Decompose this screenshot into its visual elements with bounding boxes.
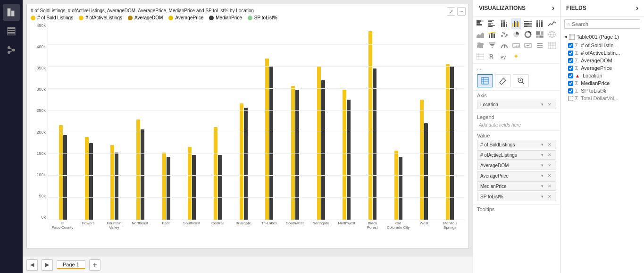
avgdom-remove[interactable]: ✕ — [546, 162, 553, 169]
prev-page-button[interactable]: ◀ — [26, 259, 38, 271]
bar-yellow-central[interactable] — [214, 127, 217, 219]
bar-dark-southeast[interactable] — [192, 155, 196, 220]
checkbox-avgprice[interactable] — [568, 66, 573, 71]
checkbox-location[interactable] — [568, 73, 573, 78]
report-view-icon[interactable] — [3, 4, 20, 21]
sptolist-remove[interactable]: ✕ — [546, 193, 553, 200]
gauge-icon[interactable] — [499, 40, 510, 51]
bar-dark-east[interactable] — [167, 157, 170, 220]
treemap-icon[interactable] — [535, 29, 545, 40]
avgprice-remove[interactable]: ✕ — [546, 172, 553, 179]
bar-group-east[interactable] — [153, 23, 179, 220]
bar-dark-briargate[interactable] — [244, 108, 248, 220]
value-avgdom-field[interactable]: AverageDOM ▾ ✕ — [477, 161, 556, 170]
avgprice-dropdown[interactable]: ▾ — [539, 172, 545, 179]
next-page-button[interactable]: ▶ — [42, 259, 53, 271]
value-activelistings-field[interactable]: # ofActiveListings ▾ ✕ — [477, 150, 556, 160]
bar-dark-powers[interactable] — [89, 143, 93, 220]
bar-group-black-forest[interactable] — [360, 23, 385, 220]
bar-yellow-briargate[interactable] — [240, 103, 243, 219]
bar-group-northeast[interactable] — [127, 23, 153, 220]
bar-yellow-west[interactable] — [420, 100, 424, 220]
kpi-icon[interactable] — [523, 40, 533, 51]
axis-field-remove[interactable]: ✕ — [546, 101, 553, 108]
funnel-icon[interactable] — [487, 40, 497, 51]
line-clustered-icon[interactable] — [487, 29, 497, 40]
stacked-column-icon[interactable] — [499, 18, 510, 29]
axis-field-dropdown[interactable]: ▾ — [539, 101, 545, 108]
bar-group-northwest[interactable] — [334, 23, 360, 220]
bar-dark-el-paso-county[interactable] — [63, 135, 67, 220]
bar-yellow-old-colorado-city[interactable] — [394, 151, 398, 220]
bar-dark-fountain-valley[interactable] — [115, 153, 118, 219]
donut-chart-icon[interactable] — [523, 29, 533, 40]
line-chart-icon[interactable] — [547, 18, 557, 29]
bar-group-tri-lakes[interactable] — [257, 23, 283, 220]
bar-yellow-powers[interactable] — [85, 137, 89, 220]
value-sptolist-field[interactable]: SP toList% ▾ ✕ — [477, 192, 556, 201]
model-view-icon[interactable] — [3, 42, 20, 59]
more-options-button[interactable]: ··· — [457, 7, 466, 16]
fields-table-name[interactable]: ◂ Table001 (Page 1) — [560, 32, 644, 42]
activelistings-remove[interactable]: ✕ — [546, 152, 553, 158]
checkbox-avgdom[interactable] — [568, 58, 573, 63]
value-avgprice-field[interactable]: AveragePrice ▾ ✕ — [477, 171, 556, 180]
field-row-soldslistings[interactable]: Σ # of SoldListin... — [560, 42, 644, 49]
value-medprice-field[interactable]: MedianPrice ▾ ✕ — [477, 181, 556, 191]
fields-expand-icon[interactable]: › — [636, 4, 638, 12]
field-row-medprice[interactable]: Σ MedianPrice — [560, 79, 644, 87]
bar-dark-central[interactable] — [218, 155, 222, 220]
bar-yellow-manitou-springs[interactable] — [446, 64, 450, 219]
bar-group-southeast[interactable] — [179, 23, 205, 220]
bar-group-central[interactable] — [205, 23, 231, 220]
expand-chart-button[interactable]: ⤢ — [447, 7, 455, 16]
checkbox-totalvol[interactable] — [568, 96, 573, 101]
table-collapse-icon[interactable]: ◂ — [564, 34, 567, 40]
field-row-location[interactable]: ▲ Location — [560, 72, 644, 79]
bar-yellow-northwest[interactable] — [343, 90, 346, 219]
chart-container[interactable]: # of SoldListings, # ofActiveListings, A… — [26, 4, 469, 248]
card-icon[interactable]: 123 — [511, 40, 521, 51]
field-row-activelistings[interactable]: Σ # ofActiveListin... — [560, 49, 644, 57]
pie-chart-icon[interactable] — [511, 29, 521, 40]
soldlistings-dropdown[interactable]: ▾ — [539, 141, 545, 148]
bar-dark-northeast[interactable] — [141, 129, 144, 220]
medprice-remove[interactable]: ✕ — [546, 183, 553, 189]
fields-format-button[interactable] — [477, 74, 493, 87]
page-1-tab[interactable]: Page 1 — [57, 260, 85, 269]
matrix-icon[interactable] — [475, 51, 485, 61]
100pct-stacked-column-icon[interactable] — [535, 18, 545, 29]
slicer-icon[interactable] — [535, 40, 545, 51]
format-paint-button[interactable] — [495, 74, 511, 87]
bar-group-briargate[interactable] — [231, 23, 257, 220]
axis-location-field[interactable]: Location ▾ ✕ — [477, 100, 556, 109]
bar-dark-northgate[interactable] — [321, 80, 325, 220]
bar-group-old-colorado-city[interactable] — [385, 23, 411, 220]
bar-yellow-fountain-valley[interactable] — [110, 145, 114, 220]
field-row-sptolist[interactable]: Σ SP toList% — [560, 87, 644, 94]
bar-yellow-northgate[interactable] — [317, 66, 321, 219]
fields-search-box[interactable] — [564, 19, 640, 29]
fields-search-input[interactable] — [572, 21, 637, 27]
scatter-icon[interactable] — [499, 29, 510, 40]
r-visual-icon[interactable]: R — [487, 51, 497, 61]
bar-group-northgate[interactable] — [308, 23, 334, 220]
bar-dark-west[interactable] — [424, 123, 428, 220]
bar-dark-tri-lakes[interactable] — [269, 66, 273, 219]
bar-dark-northwest[interactable] — [347, 100, 351, 220]
data-view-icon[interactable] — [3, 23, 20, 40]
area-chart-icon[interactable] — [475, 29, 485, 40]
stacked-bar-icon[interactable] — [475, 18, 485, 29]
bar-group-el-paso-county[interactable] — [50, 23, 76, 220]
table-viz-icon[interactable] — [547, 40, 557, 51]
bar-dark-old-colorado-city[interactable] — [399, 157, 402, 220]
bar-yellow-east[interactable] — [162, 153, 166, 219]
bar-group-southwest[interactable] — [282, 23, 308, 220]
clustered-bar-icon[interactable] — [487, 18, 497, 29]
avgdom-dropdown[interactable]: ▾ — [539, 162, 545, 169]
sptolist-dropdown[interactable]: ▾ — [539, 193, 545, 200]
filled-map-icon[interactable] — [475, 40, 485, 51]
bar-yellow-el-paso-county[interactable] — [59, 125, 63, 220]
checkbox-activelistings[interactable] — [568, 51, 573, 56]
add-page-button[interactable]: + — [89, 259, 100, 271]
